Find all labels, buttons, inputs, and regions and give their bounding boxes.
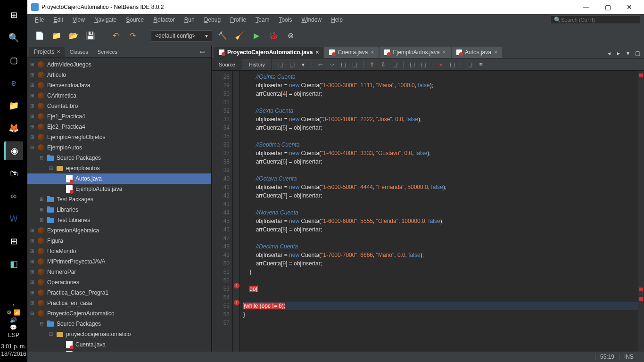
- tree-item[interactable]: ⊞AdmVideoJuegos: [27, 59, 211, 70]
- code-line[interactable]: //Septima Cuenta: [243, 140, 640, 149]
- windows-store-icon[interactable]: ⊞: [4, 232, 23, 251]
- chrome-icon[interactable]: ◉: [4, 141, 23, 160]
- explorer-icon[interactable]: 📁: [4, 96, 23, 115]
- tree-toggle-icon[interactable]: ⊞: [29, 226, 35, 235]
- tree-toggle-icon[interactable]: ⊟: [48, 164, 54, 173]
- tree-item[interactable]: ⊞CAritmetica: [27, 90, 211, 101]
- tree-toggle-icon[interactable]: ⊟: [39, 320, 44, 328]
- et-next-icon[interactable]: ⇩: [379, 60, 388, 69]
- code-line[interactable]: [243, 166, 640, 174]
- close-icon[interactable]: ×: [371, 49, 374, 56]
- clean-build-button[interactable]: 🧹: [233, 29, 246, 42]
- code-content[interactable]: //Quinta Cuenta objInsertar = new Cuenta…: [239, 71, 644, 352]
- error-icon[interactable]: !: [234, 283, 239, 288]
- wifi-icon[interactable]: ⚙ 📶: [1, 309, 26, 316]
- edge-icon[interactable]: e: [4, 74, 23, 92]
- build-button[interactable]: 🔨: [216, 29, 229, 42]
- et-icon[interactable]: ⬚: [339, 60, 348, 69]
- tree-toggle-icon[interactable]: ⊞: [29, 133, 35, 141]
- tree-toggle-icon[interactable]: ⊞: [29, 237, 35, 245]
- tree-toggle-icon[interactable]: ⊞: [29, 60, 35, 69]
- et-icon[interactable]: ⬚: [447, 60, 457, 69]
- tree-item[interactable]: ⊞Practica_Clase_Progra1: [27, 288, 211, 298]
- close-icon[interactable]: ×: [55, 49, 60, 55]
- menu-navigate[interactable]: Navigate: [91, 15, 120, 25]
- et-icon[interactable]: ⬚: [419, 60, 428, 69]
- code-line[interactable]: //Sexta Cuenta: [243, 107, 640, 115]
- tree-toggle-icon[interactable]: ⊟: [39, 154, 44, 162]
- tree-item[interactable]: ⊞Test Libraries: [27, 215, 211, 225]
- debug-button[interactable]: 🐞: [267, 29, 280, 42]
- et-icon[interactable]: ⬚: [350, 60, 359, 69]
- volume-icon[interactable]: 🔊: [1, 317, 26, 323]
- maximize-button[interactable]: ▢: [597, 0, 619, 14]
- tab-services[interactable]: Services: [93, 47, 122, 57]
- close-icon[interactable]: ×: [315, 49, 319, 56]
- tree-item[interactable]: ⊞Operaciones: [27, 277, 211, 288]
- start-button[interactable]: ⊞: [4, 6, 23, 25]
- menu-edit[interactable]: Edit: [50, 15, 67, 25]
- tree-toggle-icon[interactable]: ⊞: [29, 81, 35, 90]
- et-icon[interactable]: ≡: [476, 60, 486, 69]
- menu-team[interactable]: Team: [252, 15, 273, 25]
- tree-item[interactable]: ⊞HolaMundo: [27, 246, 211, 256]
- project-tree[interactable]: ⊞AdmVideoJuegos⊞Articulo⊞BienvenidoaJava…: [27, 58, 211, 352]
- tree-item[interactable]: ⊞Libraries: [27, 205, 211, 215]
- tree-toggle-icon[interactable]: ⊞: [29, 112, 35, 121]
- error-marker[interactable]: [639, 288, 643, 291]
- tree-item[interactable]: ⊞Test Packages: [27, 194, 211, 205]
- tree-item[interactable]: ⊞Eje2_Practica4: [27, 122, 211, 132]
- code-line[interactable]: [243, 234, 640, 242]
- tree-toggle-icon[interactable]: ⊟: [48, 330, 54, 338]
- tree-item[interactable]: ⊞Practica_en_casa: [27, 298, 211, 308]
- et-icon[interactable]: ⬚: [287, 60, 297, 69]
- tab-classes[interactable]: Classes: [65, 47, 93, 57]
- tree-item[interactable]: ⊞EjemploArregloObjetos: [27, 132, 211, 142]
- word-icon[interactable]: W: [4, 209, 23, 228]
- save-all-button[interactable]: 💾: [84, 29, 97, 42]
- tree-item[interactable]: ⊟proyectocajeroautomatico: [27, 329, 211, 339]
- menu-source[interactable]: Source: [122, 15, 148, 25]
- tree-toggle-icon[interactable]: ⊞: [29, 123, 35, 131]
- tree-item[interactable]: EjemploAutos.java: [27, 184, 211, 194]
- code-editor[interactable]: 2829303132333435363738394041424344454647…: [212, 71, 644, 352]
- expand-icon[interactable]: ›: [1, 302, 26, 308]
- tree-item[interactable]: ⊟ProyectoCajeroAutomatico: [27, 308, 211, 319]
- code-line[interactable]: arrCuenta[8] = objInsertar;: [243, 225, 640, 234]
- code-line[interactable]: objInsertar = new Cuenta("3-1000-1000", …: [243, 115, 640, 123]
- error-icon[interactable]: !: [234, 300, 239, 305]
- redo-button[interactable]: ↷: [126, 29, 139, 42]
- tree-toggle-icon[interactable]: ⊞: [29, 278, 35, 287]
- tree-item[interactable]: Cuenta.java: [27, 339, 211, 350]
- quick-search[interactable]: 🔍: [551, 16, 640, 24]
- source-tab[interactable]: Source: [212, 59, 242, 70]
- code-line[interactable]: objInsertar = new Cuenta("1-7000-7000", …: [243, 251, 640, 259]
- menu-help[interactable]: Help: [327, 15, 347, 25]
- close-icon[interactable]: ×: [494, 49, 497, 56]
- new-file-button[interactable]: 📄: [33, 29, 46, 42]
- code-line[interactable]: arrCuenta[7] = objInsertar;: [243, 191, 640, 200]
- code-line[interactable]: do{: [243, 285, 640, 293]
- tab-scroll-left-icon[interactable]: ◂: [604, 49, 614, 58]
- tree-item[interactable]: ⊟EjemploAutos: [27, 142, 211, 153]
- tree-item[interactable]: ⊟Source Packages: [27, 319, 211, 329]
- code-line[interactable]: //Novena Cuenta: [243, 208, 640, 217]
- clock-time[interactable]: 3:01 p. m.: [1, 343, 26, 350]
- tree-toggle-icon[interactable]: ⊞: [29, 91, 35, 100]
- code-line[interactable]: }while (opc != 6);: [243, 302, 640, 310]
- menu-debug[interactable]: Debug: [200, 15, 224, 25]
- fold-gutter[interactable]: !!: [233, 71, 239, 352]
- search-icon[interactable]: 🔍: [4, 28, 23, 47]
- et-back-icon[interactable]: ⤺: [316, 60, 325, 69]
- error-strip[interactable]: [638, 71, 644, 352]
- tree-toggle-icon[interactable]: ⊞: [29, 268, 35, 276]
- et-icon[interactable]: ⬚: [390, 60, 399, 69]
- tree-toggle-icon[interactable]: ⊞: [39, 216, 44, 224]
- tree-item[interactable]: ⊟ejemploautos: [27, 163, 211, 173]
- tab-list-icon[interactable]: ▾: [623, 49, 633, 58]
- code-line[interactable]: arrCuenta[4] = objInsertar;: [243, 90, 640, 98]
- code-line[interactable]: arrCuenta[5] = objInsertar;: [243, 123, 640, 132]
- editor-tab[interactable]: Autos.java×: [452, 47, 502, 58]
- tree-toggle-icon[interactable]: ⊞: [29, 288, 35, 297]
- code-line[interactable]: }: [243, 310, 640, 319]
